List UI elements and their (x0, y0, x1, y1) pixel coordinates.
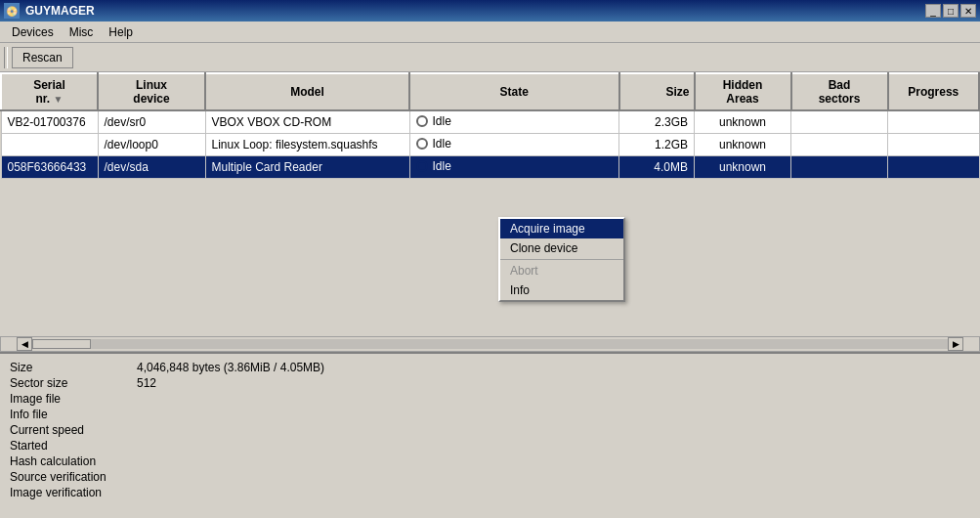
status-row: Info file (10, 407, 970, 422)
table-row[interactable]: VB2-01700376/dev/sr0VBOX VBOX CD-ROMIdle… (1, 110, 979, 134)
rescan-button[interactable]: Rescan (12, 47, 73, 68)
cell-bad (791, 110, 888, 134)
context-menu-item-info[interactable]: Info (500, 281, 623, 300)
sort-arrow-serial: ▼ (54, 94, 64, 105)
window-controls[interactable]: _ □ ✕ (925, 4, 980, 18)
status-label: Info file (10, 407, 137, 422)
context-menu-item-acquire-image[interactable]: Acquire image (500, 219, 623, 238)
col-header-bad[interactable]: Badsectors (791, 73, 888, 110)
status-label: Hash calculation (10, 453, 137, 469)
context-menu-item-clone-device[interactable]: Clone device (500, 238, 623, 258)
status-value: 4,046,848 bytes (3.86MiB / 4.05MB) (137, 360, 970, 375)
cell-progress (888, 156, 980, 179)
col-header-progress[interactable]: Progress (888, 73, 980, 110)
col-header-hidden[interactable]: HiddenAreas (695, 73, 791, 110)
cell-size: 2.3GB (619, 110, 695, 134)
status-value (137, 469, 970, 485)
context-menu: Acquire imageClone deviceAbortInfo (498, 217, 625, 302)
col-header-linux[interactable]: Linuxdevice (98, 73, 205, 110)
status-value (137, 391, 970, 407)
status-row: Started (10, 438, 970, 453)
cell-linux: /dev/sr0 (98, 110, 205, 134)
device-table: Serialnr. ▼ Linuxdevice Model State Size… (0, 72, 980, 179)
cell-linux: /dev/loop0 (98, 134, 205, 156)
minimize-button[interactable]: _ (925, 4, 941, 18)
scroll-right-arrow[interactable]: ▶ (948, 337, 963, 351)
horizontal-scrollbar[interactable]: ◀ ▶ (0, 336, 980, 352)
close-button[interactable]: ✕ (960, 4, 976, 18)
cell-bad (791, 156, 888, 179)
status-row: Size4,046,848 bytes (3.86MiB / 4.05MB) (10, 360, 970, 375)
cell-progress (888, 134, 980, 156)
status-row: Sector size512 (10, 375, 970, 391)
state-label: Idle (433, 114, 451, 128)
scroll-track[interactable] (32, 339, 948, 349)
status-value (137, 453, 970, 469)
table-row[interactable]: /dev/loop0Linux Loop: filesystem.squashf… (1, 134, 979, 156)
scroll-thumb[interactable] (32, 339, 91, 349)
status-value: 512 (137, 375, 970, 391)
table-row[interactable]: 058F63666433/dev/sdaMultiple Card Reader… (1, 156, 979, 179)
cell-state: Idle (409, 110, 619, 134)
cell-state: Idle (409, 156, 619, 179)
status-label: Current speed (10, 422, 137, 438)
cell-model: Multiple Card Reader (205, 156, 409, 179)
context-menu-item-abort: Abort (500, 261, 623, 281)
state-radio (416, 160, 428, 172)
menu-bar: Devices Misc Help (0, 22, 980, 43)
scroll-left-arrow[interactable]: ◀ (17, 337, 32, 351)
table-body: VB2-01700376/dev/sr0VBOX VBOX CD-ROMIdle… (1, 110, 979, 179)
status-table: Size4,046,848 bytes (3.86MiB / 4.05MB)Se… (10, 360, 970, 500)
state-label: Idle (433, 159, 451, 173)
col-header-size[interactable]: Size (619, 73, 695, 110)
toolbar-separator (4, 47, 8, 68)
status-value (137, 407, 970, 422)
cell-hidden: unknown (695, 134, 791, 156)
status-label: Sector size (10, 375, 137, 391)
cell-serial: VB2-01700376 (1, 110, 98, 134)
status-value (137, 438, 970, 453)
cell-progress (888, 110, 980, 134)
col-header-model[interactable]: Model (205, 73, 409, 110)
cell-size: 1.2GB (619, 134, 695, 156)
col-header-serial[interactable]: Serialnr. ▼ (1, 73, 98, 110)
menu-misc[interactable]: Misc (62, 23, 102, 41)
maximize-button[interactable]: □ (943, 4, 959, 18)
cell-hidden: unknown (695, 110, 791, 134)
cell-bad (791, 134, 888, 156)
status-row: Image file (10, 391, 970, 407)
status-row: Image verification (10, 485, 970, 500)
menu-devices[interactable]: Devices (4, 23, 62, 41)
cell-state: Idle (409, 134, 619, 156)
title-bar: 📀 GUYMAGER _ □ ✕ (0, 0, 980, 22)
cell-hidden: unknown (695, 156, 791, 179)
device-table-container: Serialnr. ▼ Linuxdevice Model State Size… (0, 72, 980, 336)
state-radio (416, 115, 428, 127)
status-label: Image verification (10, 485, 137, 500)
window-title: GUYMAGER (25, 4, 95, 18)
menu-help[interactable]: Help (101, 23, 141, 41)
state-radio (416, 138, 428, 150)
app-icon: 📀 (4, 3, 20, 19)
status-row: Current speed (10, 422, 970, 438)
status-label: Source verification (10, 469, 137, 485)
cell-serial (1, 134, 98, 156)
status-row: Hash calculation (10, 453, 970, 469)
status-value (137, 422, 970, 438)
cell-model: VBOX VBOX CD-ROM (205, 110, 409, 134)
state-label: Idle (433, 137, 451, 151)
status-panel: Size4,046,848 bytes (3.86MiB / 4.05MB)Se… (0, 352, 980, 518)
status-label: Started (10, 438, 137, 453)
cell-serial: 058F63666433 (1, 156, 98, 179)
status-row: Source verification (10, 469, 970, 485)
cell-linux: /dev/sda (98, 156, 205, 179)
status-label: Size (10, 360, 137, 375)
cell-model: Linux Loop: filesystem.squashfs (205, 134, 409, 156)
status-label: Image file (10, 391, 137, 407)
toolbar: Rescan (0, 43, 980, 72)
status-value (137, 485, 970, 500)
cell-size: 4.0MB (619, 156, 695, 179)
col-header-state[interactable]: State (409, 73, 619, 110)
